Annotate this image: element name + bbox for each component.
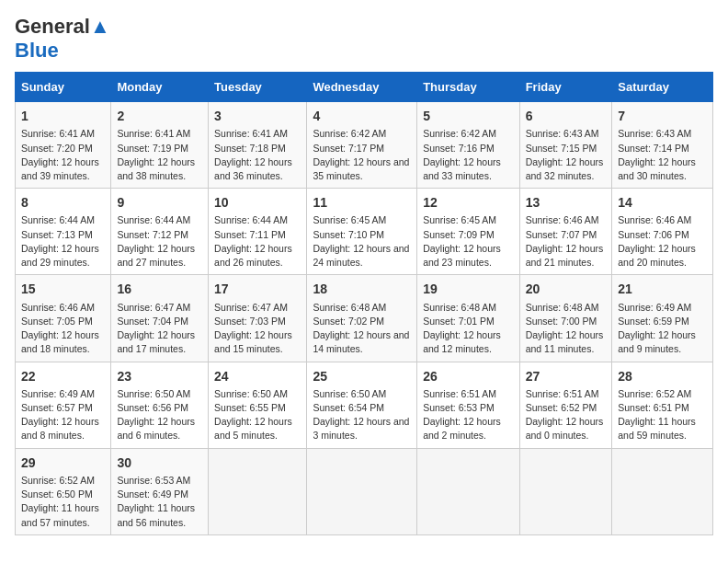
calendar-day-cell: 21Sunrise: 6:49 AMSunset: 6:59 PMDayligh… <box>612 275 713 362</box>
calendar-day-cell <box>612 448 713 534</box>
calendar-week-row: 8Sunrise: 6:44 AMSunset: 7:13 PMDaylight… <box>16 189 713 275</box>
day-number: 10 <box>214 193 301 212</box>
calendar-day-cell: 11Sunrise: 6:45 AMSunset: 7:10 PMDayligh… <box>307 189 417 275</box>
day-info: Sunrise: 6:52 AMSunset: 6:50 PMDaylight:… <box>21 474 105 530</box>
calendar-day-cell: 18Sunrise: 6:48 AMSunset: 7:02 PMDayligh… <box>307 275 417 362</box>
day-number: 3 <box>214 107 301 125</box>
calendar-week-row: 22Sunrise: 6:49 AMSunset: 6:57 PMDayligh… <box>16 362 713 448</box>
day-number: 14 <box>618 193 707 212</box>
day-number: 16 <box>117 280 202 298</box>
calendar-table: SundayMondayTuesdayWednesdayThursdayFrid… <box>15 72 713 535</box>
day-number: 15 <box>21 280 105 298</box>
day-info: Sunrise: 6:49 AMSunset: 6:57 PMDaylight:… <box>21 387 105 443</box>
day-of-week-header: Wednesday <box>307 73 417 102</box>
day-info: Sunrise: 6:43 AMSunset: 7:15 PMDaylight:… <box>526 127 607 183</box>
calendar-day-cell: 15Sunrise: 6:46 AMSunset: 7:05 PMDayligh… <box>16 275 111 362</box>
calendar-day-cell: 29Sunrise: 6:52 AMSunset: 6:50 PMDayligh… <box>16 448 111 534</box>
calendar-day-cell: 12Sunrise: 6:45 AMSunset: 7:09 PMDayligh… <box>417 189 519 275</box>
day-number: 12 <box>423 193 513 212</box>
day-info: Sunrise: 6:51 AMSunset: 6:53 PMDaylight:… <box>423 387 513 443</box>
calendar-day-cell: 13Sunrise: 6:46 AMSunset: 7:07 PMDayligh… <box>519 189 612 275</box>
day-info: Sunrise: 6:50 AMSunset: 6:54 PMDaylight:… <box>313 387 411 443</box>
day-number: 26 <box>423 367 513 385</box>
calendar-day-cell: 2Sunrise: 6:41 AMSunset: 7:19 PMDaylight… <box>111 102 209 189</box>
day-info: Sunrise: 6:50 AMSunset: 6:56 PMDaylight:… <box>117 387 202 443</box>
calendar-day-cell: 23Sunrise: 6:50 AMSunset: 6:56 PMDayligh… <box>111 362 209 448</box>
day-info: Sunrise: 6:52 AMSunset: 6:51 PMDaylight:… <box>618 387 707 443</box>
logo-text: General▲ <box>15 15 110 39</box>
day-number: 25 <box>313 367 411 385</box>
day-number: 24 <box>214 367 301 385</box>
calendar-day-cell: 24Sunrise: 6:50 AMSunset: 6:55 PMDayligh… <box>209 362 307 448</box>
calendar-week-row: 1Sunrise: 6:41 AMSunset: 7:20 PMDaylight… <box>16 102 713 189</box>
calendar-week-row: 29Sunrise: 6:52 AMSunset: 6:50 PMDayligh… <box>16 448 713 534</box>
day-number: 18 <box>313 280 411 298</box>
calendar-day-cell: 5Sunrise: 6:42 AMSunset: 7:16 PMDaylight… <box>417 102 519 189</box>
day-of-week-header: Friday <box>519 73 612 102</box>
day-number: 4 <box>313 107 411 125</box>
day-info: Sunrise: 6:51 AMSunset: 6:52 PMDaylight:… <box>526 387 607 443</box>
calendar-day-cell: 6Sunrise: 6:43 AMSunset: 7:15 PMDaylight… <box>519 102 612 189</box>
calendar-day-cell: 8Sunrise: 6:44 AMSunset: 7:13 PMDaylight… <box>16 189 111 275</box>
day-info: Sunrise: 6:46 AMSunset: 7:05 PMDaylight:… <box>21 301 105 357</box>
day-info: Sunrise: 6:48 AMSunset: 7:00 PMDaylight:… <box>526 301 607 357</box>
day-info: Sunrise: 6:42 AMSunset: 7:16 PMDaylight:… <box>423 127 513 183</box>
day-info: Sunrise: 6:41 AMSunset: 7:20 PMDaylight:… <box>21 127 105 183</box>
calendar-day-cell: 1Sunrise: 6:41 AMSunset: 7:20 PMDaylight… <box>16 102 111 189</box>
day-info: Sunrise: 6:50 AMSunset: 6:55 PMDaylight:… <box>214 387 301 443</box>
calendar-day-cell: 9Sunrise: 6:44 AMSunset: 7:12 PMDaylight… <box>111 189 209 275</box>
day-number: 23 <box>117 367 202 385</box>
calendar-day-cell <box>519 448 612 534</box>
calendar-day-cell: 20Sunrise: 6:48 AMSunset: 7:00 PMDayligh… <box>519 275 612 362</box>
day-of-week-header: Sunday <box>16 73 111 102</box>
day-number: 6 <box>526 107 607 125</box>
day-number: 17 <box>214 280 301 298</box>
calendar-day-cell: 26Sunrise: 6:51 AMSunset: 6:53 PMDayligh… <box>417 362 519 448</box>
day-number: 13 <box>526 193 607 212</box>
calendar-day-cell: 30Sunrise: 6:53 AMSunset: 6:49 PMDayligh… <box>111 448 209 534</box>
day-info: Sunrise: 6:46 AMSunset: 7:07 PMDaylight:… <box>526 213 607 270</box>
calendar-day-cell: 28Sunrise: 6:52 AMSunset: 6:51 PMDayligh… <box>612 362 713 448</box>
day-info: Sunrise: 6:42 AMSunset: 7:17 PMDaylight:… <box>313 127 411 183</box>
day-info: Sunrise: 6:47 AMSunset: 7:04 PMDaylight:… <box>117 301 202 357</box>
day-number: 5 <box>423 107 513 125</box>
logo-blue-text: Blue <box>15 39 59 62</box>
day-info: Sunrise: 6:45 AMSunset: 7:09 PMDaylight:… <box>423 213 513 270</box>
day-number: 30 <box>117 454 202 472</box>
calendar-header-row: SundayMondayTuesdayWednesdayThursdayFrid… <box>16 73 713 102</box>
day-number: 27 <box>526 367 607 385</box>
day-of-week-header: Saturday <box>612 73 713 102</box>
calendar-day-cell: 25Sunrise: 6:50 AMSunset: 6:54 PMDayligh… <box>307 362 417 448</box>
calendar-day-cell <box>417 448 519 534</box>
calendar-week-row: 15Sunrise: 6:46 AMSunset: 7:05 PMDayligh… <box>16 275 713 362</box>
calendar-day-cell: 16Sunrise: 6:47 AMSunset: 7:04 PMDayligh… <box>111 275 209 362</box>
calendar-day-cell: 14Sunrise: 6:46 AMSunset: 7:06 PMDayligh… <box>612 189 713 275</box>
day-number: 2 <box>117 107 202 125</box>
day-info: Sunrise: 6:41 AMSunset: 7:18 PMDaylight:… <box>214 127 301 183</box>
day-info: Sunrise: 6:44 AMSunset: 7:13 PMDaylight:… <box>21 213 105 270</box>
day-info: Sunrise: 6:46 AMSunset: 7:06 PMDaylight:… <box>618 213 707 270</box>
day-number: 19 <box>423 280 513 298</box>
calendar-day-cell <box>209 448 307 534</box>
calendar-day-cell: 17Sunrise: 6:47 AMSunset: 7:03 PMDayligh… <box>209 275 307 362</box>
day-number: 29 <box>21 454 105 472</box>
day-number: 7 <box>618 107 707 125</box>
day-number: 9 <box>117 193 202 212</box>
day-number: 11 <box>313 193 411 212</box>
logo: General▲ Blue <box>15 15 110 63</box>
day-info: Sunrise: 6:53 AMSunset: 6:49 PMDaylight:… <box>117 474 202 530</box>
day-info: Sunrise: 6:47 AMSunset: 7:03 PMDaylight:… <box>214 301 301 357</box>
calendar-day-cell: 27Sunrise: 6:51 AMSunset: 6:52 PMDayligh… <box>519 362 612 448</box>
calendar-day-cell: 7Sunrise: 6:43 AMSunset: 7:14 PMDaylight… <box>612 102 713 189</box>
page-header: General▲ Blue <box>15 15 713 63</box>
day-info: Sunrise: 6:44 AMSunset: 7:12 PMDaylight:… <box>117 213 202 270</box>
calendar-day-cell: 19Sunrise: 6:48 AMSunset: 7:01 PMDayligh… <box>417 275 519 362</box>
calendar-day-cell: 4Sunrise: 6:42 AMSunset: 7:17 PMDaylight… <box>307 102 417 189</box>
calendar-day-cell: 22Sunrise: 6:49 AMSunset: 6:57 PMDayligh… <box>16 362 111 448</box>
day-info: Sunrise: 6:45 AMSunset: 7:10 PMDaylight:… <box>313 213 411 270</box>
day-number: 22 <box>21 367 105 385</box>
day-info: Sunrise: 6:41 AMSunset: 7:19 PMDaylight:… <box>117 127 202 183</box>
day-number: 1 <box>21 107 105 125</box>
day-info: Sunrise: 6:49 AMSunset: 6:59 PMDaylight:… <box>618 301 707 357</box>
day-of-week-header: Thursday <box>417 73 519 102</box>
